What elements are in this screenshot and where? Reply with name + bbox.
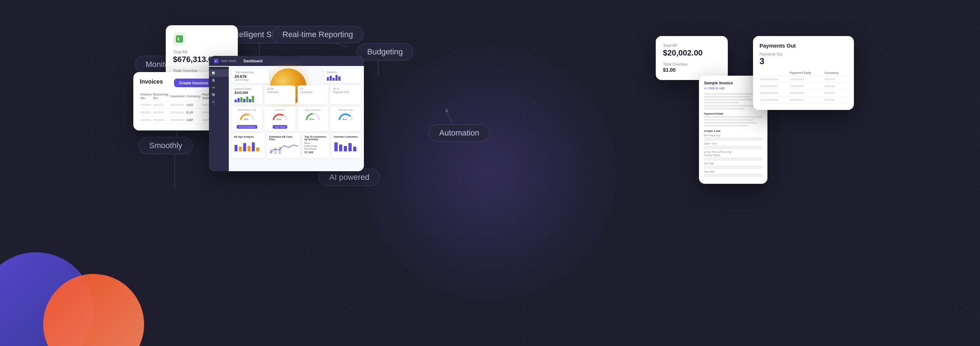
col-customer: Customer xyxy=(169,92,186,101)
tax-date-label: Tax Date xyxy=(704,162,762,165)
customer-3: Kristi Alvarez xyxy=(304,148,327,150)
chart-cash-flow: Estimated AR Cash Flow xyxy=(267,133,300,158)
sidebar-item-payments[interactable]: 💳 xyxy=(209,84,229,91)
store-name: New Store xyxy=(221,59,236,63)
stat-statistics: Statistics xyxy=(324,69,361,83)
outstanding-value: 24.67k xyxy=(235,74,266,78)
store-icon: S xyxy=(214,59,218,63)
bar1 xyxy=(327,77,329,81)
automation-pill: Automation xyxy=(429,124,490,142)
gauge-extra: Collection Rate 90% xyxy=(330,107,361,131)
form-field-label-1: Bill Frequency xyxy=(704,134,762,137)
currency-usd: USD xyxy=(186,101,202,109)
gauge-ar-ratio: AR/AP Ratio 1.29X 35% Show Breakdown xyxy=(232,107,262,131)
table-row xyxy=(759,97,847,104)
outstanding-sub: Last 30 days xyxy=(235,78,266,81)
svg-text:S: S xyxy=(215,60,216,62)
gauge-row: AR/AP Ratio 1.29X 35% Show Breakdown Ove… xyxy=(232,107,361,131)
customer-list: Bruce Hazel Cheng Kristi Alvarez xyxy=(304,142,327,150)
sidebar-item-settings[interactable]: ⚙️ xyxy=(209,98,229,105)
pay-offer-field[interactable] xyxy=(704,174,762,177)
table-row xyxy=(759,83,847,90)
svg-rect-23 xyxy=(248,146,250,151)
cash-flow-chart xyxy=(269,142,298,155)
pay-offer-label: Pay Offer xyxy=(704,171,762,173)
budgeting-label: Budgeting xyxy=(367,47,403,56)
invoices-title: Invoices xyxy=(140,78,163,85)
payments-out-table: Payment Date Currency xyxy=(759,70,847,104)
inv-payment-line-1 xyxy=(704,116,762,118)
gauge-ar-svg: 35% xyxy=(239,112,255,121)
svg-text:62%: 62% xyxy=(277,118,282,120)
stat-outstanding: Total outstanding 24.67k Last 30 days xyxy=(232,69,269,83)
ai-powered-label: AI powered xyxy=(329,173,369,182)
dashboard-sidebar: 📊 📄 💳 📈 ⚙️ xyxy=(209,67,229,171)
payments-out-count: 3 xyxy=(759,56,847,66)
dashboard-header: S New Store Dashboard xyxy=(209,56,364,66)
stat-cash-flow: $2.5k Estimated xyxy=(264,85,295,105)
outstanding-label: Total outstanding xyxy=(235,71,266,73)
table-row xyxy=(759,90,847,97)
form-field-2[interactable] xyxy=(704,146,762,149)
total-ap-label: Total AP xyxy=(663,43,721,48)
svg-text:35%: 35% xyxy=(244,118,248,120)
total-overdue-ap-value: $1.00 xyxy=(663,67,721,73)
svg-text:$: $ xyxy=(177,37,180,41)
real-time-reporting-label: Real-time Reporting xyxy=(282,30,353,39)
inv-line-2 xyxy=(704,96,751,98)
svg-text:90%: 90% xyxy=(343,118,347,120)
create-bill-label: Create a bill xyxy=(704,129,762,132)
svg-rect-31 xyxy=(344,146,347,151)
gauge-overdue: Overdue % 62% View Detail xyxy=(264,107,295,131)
payment-details-label: Payment Details xyxy=(704,112,762,115)
svg-rect-30 xyxy=(339,145,342,151)
svg-rect-27 xyxy=(274,148,277,154)
svg-rect-12 xyxy=(176,35,183,43)
stat-percent: 85 % Payment Rate xyxy=(330,85,361,105)
bar4 xyxy=(336,75,337,81)
form-row: ● One Time ● Recurring xyxy=(704,151,762,154)
total-overdue-ap-label: Total Overdue xyxy=(663,62,721,66)
pay-col-currency: Currency xyxy=(824,70,847,76)
bill-type-label: ● One Time ● Recurring xyxy=(704,151,762,153)
pay-col-empty xyxy=(759,70,789,76)
sidebar-item-dashboard[interactable]: 📊 xyxy=(209,70,229,77)
background-blob xyxy=(364,47,616,299)
bar5 xyxy=(338,77,340,81)
dashboard-title: Dashboard xyxy=(243,59,262,63)
sidebar-item-invoices[interactable]: 📄 xyxy=(209,77,229,84)
show-breakdown-btn[interactable]: Show Breakdown xyxy=(237,125,257,129)
invoices-card: Invoices Create Invoices Invoice No. Rec… xyxy=(133,72,220,131)
total-ap-card: Total AP $20,002.00 Total Overdue $1.00 xyxy=(656,36,728,80)
table-row xyxy=(759,76,847,83)
currency-gbp: GBP xyxy=(186,116,202,124)
view-detail-btn[interactable]: View Detail xyxy=(273,125,287,129)
dashboard-content: Total outstanding 24.67k Last 30 days St… xyxy=(229,66,364,171)
inv-line-3 xyxy=(704,99,757,100)
chart-ar-age: AR Age Analysis xyxy=(232,133,265,158)
form-field-1[interactable] xyxy=(704,137,762,141)
top-overdue-value: 27,100 xyxy=(304,151,327,154)
pay-col-date: Payment Date xyxy=(789,70,824,76)
vendor-field[interactable] xyxy=(704,157,762,161)
payments-out-title: Payments Out xyxy=(759,43,847,49)
create-invoices-button[interactable]: Create Invoices xyxy=(174,78,213,87)
total-ar-label: Total AR xyxy=(173,50,231,54)
col-recurring: Recurring No. xyxy=(153,92,169,101)
tax-date-field[interactable] xyxy=(704,166,762,169)
inv-payment-line-2 xyxy=(704,119,754,121)
inv-line-4 xyxy=(704,102,739,104)
payments-out-card: Payments Out Payments Out 3 Payment Date… xyxy=(753,36,854,110)
bar2 xyxy=(330,76,332,81)
vendor-label: Vendor Details xyxy=(704,154,762,156)
customer-1: Bruce xyxy=(304,142,327,144)
sidebar-item-reports[interactable]: 📈 xyxy=(209,91,229,98)
overdue-chart xyxy=(334,139,359,152)
inv-line-6 xyxy=(704,108,745,110)
svg-rect-21 xyxy=(239,147,242,151)
gauge-new-customers: New Customers 85% xyxy=(298,107,328,131)
invoices-table: Invoice No. Recurring No. Customer Curre… xyxy=(140,92,216,124)
ar-age-chart xyxy=(234,139,262,152)
stat-invoice-growth: Invoice Growth $123,000 xyxy=(232,85,262,105)
gauge-overdue-svg: 62% xyxy=(272,112,288,121)
